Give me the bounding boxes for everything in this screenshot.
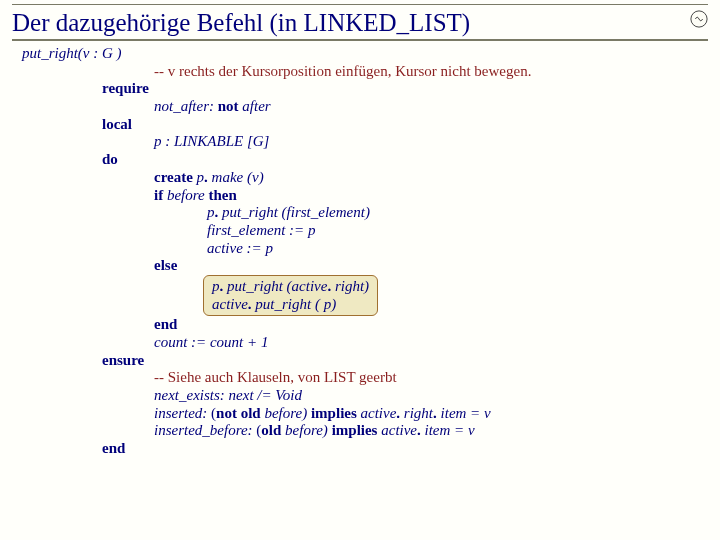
precondition: not_after: not after xyxy=(154,98,720,116)
e3-b: active xyxy=(381,422,417,438)
routine-name: put_right xyxy=(22,45,78,61)
then-3: active := p xyxy=(207,240,720,258)
kw-create: create xyxy=(154,169,193,185)
kw-else: else xyxy=(154,257,720,275)
e2-not: not xyxy=(216,405,237,421)
logo-icon xyxy=(690,10,708,28)
e1-label: next_exists: xyxy=(154,387,225,403)
ensure-1: next_exists: next /= Void xyxy=(154,387,720,405)
pre-expr: after xyxy=(242,98,270,114)
kw-end-routine: end xyxy=(102,440,720,458)
count-line: count := count + 1 xyxy=(154,334,720,352)
e2-a: before) xyxy=(264,405,307,421)
el1b: put_right (active xyxy=(227,278,327,294)
e3-old: old xyxy=(261,422,281,438)
kw-not: not xyxy=(218,98,239,114)
then1-target: p xyxy=(207,204,215,220)
e1-expr: next /= Void xyxy=(229,387,302,403)
kw-end-if: end xyxy=(154,316,720,334)
local-decl: p : LINKABLE [G] xyxy=(154,133,720,151)
else-line-2: active. put_right ( p) xyxy=(212,296,369,314)
create-line: create p. make (v) xyxy=(154,169,720,187)
create-target: p xyxy=(197,169,205,185)
highlight-box: p. put_right (active. right) active. put… xyxy=(203,275,378,316)
e3-label: inserted_before: xyxy=(154,422,253,438)
rule-bottom xyxy=(12,39,708,41)
kw-if: if xyxy=(154,187,163,203)
el2b: put_right ( p) xyxy=(255,296,336,312)
e2-implies: implies xyxy=(311,405,357,421)
e2-d: item = v xyxy=(441,405,491,421)
title-block: Der dazugehörige Befehl (in LINKED_LIST) xyxy=(12,0,708,41)
e2-label: inserted: xyxy=(154,405,207,421)
e2-old: old xyxy=(241,405,261,421)
ensure-2: inserted: (not old before) implies activ… xyxy=(154,405,720,423)
top-comment: -- v rechts der Kursorposition einfügen,… xyxy=(154,63,720,81)
routine-args: (v : G ) xyxy=(78,45,122,61)
e3-c: item = v xyxy=(425,422,475,438)
else-box-wrap: p. put_right (active. right) active. put… xyxy=(207,275,720,316)
rule-top xyxy=(12,4,708,5)
signature: put_right(v : G ) xyxy=(22,45,720,63)
kw-local: local xyxy=(102,116,720,134)
then1-call: put_right (first_element) xyxy=(222,204,370,220)
ensure-comment: -- Siehe auch Klauseln, von LIST geerbt xyxy=(154,369,720,387)
e3-implies: implies xyxy=(332,422,378,438)
el1a: p xyxy=(212,278,220,294)
if-cond: before xyxy=(167,187,205,203)
pre-label: not_after: xyxy=(154,98,214,114)
kw-ensure: ensure xyxy=(102,352,720,370)
kw-do: do xyxy=(102,151,720,169)
then-1: p. put_right (first_element) xyxy=(207,204,720,222)
el2a: active xyxy=(212,296,248,312)
ensure-3: inserted_before: (old before) implies ac… xyxy=(154,422,720,440)
kw-require: require xyxy=(102,80,720,98)
slide-title: Der dazugehörige Befehl (in LINKED_LIST) xyxy=(12,9,708,37)
then-2: first_element := p xyxy=(207,222,720,240)
e2-c: right xyxy=(404,405,433,421)
el1c: right) xyxy=(335,278,369,294)
code-block: put_right(v : G ) -- v rechts der Kursor… xyxy=(22,45,720,458)
e2-b: active xyxy=(361,405,397,421)
kw-then: then xyxy=(208,187,236,203)
e3-a: before) xyxy=(285,422,328,438)
if-line: if before then xyxy=(154,187,720,205)
create-call: make (v) xyxy=(212,169,264,185)
else-line-1: p. put_right (active. right) xyxy=(212,278,369,296)
